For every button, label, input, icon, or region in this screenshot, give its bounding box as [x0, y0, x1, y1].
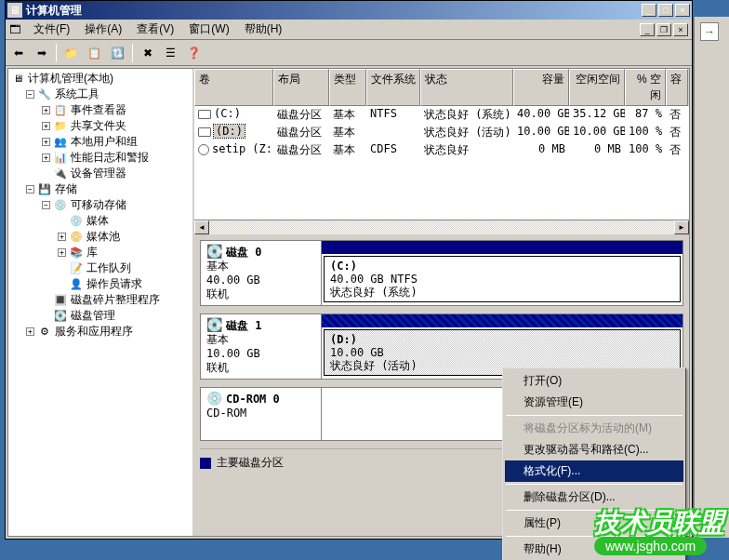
ctx-format[interactable]: 格式化(F)... [505, 460, 683, 482]
disk-0-label: 💽磁盘 0 基本 40.00 GB 联机 [201, 241, 322, 305]
tree-disk-mgmt[interactable]: 💽磁盘管理 [42, 308, 191, 324]
tree-root[interactable]: 🖥计算机管理(本地) [10, 71, 191, 87]
up-button[interactable]: 📁 [60, 43, 82, 63]
ctx-mark-active: 将磁盘分区标为活动的(M) [505, 418, 683, 439]
toolbar: ⬅ ➡ 📁 📋 🔃 ✖ ☰ ❓ [6, 40, 692, 66]
ctx-explore[interactable]: 资源管理(E) [505, 392, 683, 413]
menu-file[interactable]: 文件(F) [26, 20, 77, 39]
close-button[interactable]: × [675, 4, 690, 17]
tree-device-mgr[interactable]: 🔌设备管理器 [42, 166, 191, 181]
help-button[interactable]: ❓ [183, 43, 205, 63]
disk-icon: 💽 [206, 317, 222, 332]
app-icon: 🖥 [7, 3, 22, 18]
hdd-icon [198, 110, 211, 119]
tree-work-queue[interactable]: 📝工作队列 [58, 260, 191, 276]
menu-help[interactable]: 帮助(H) [237, 20, 290, 39]
disk-1-label: 💽磁盘 1 基本 10.00 GB 联机 [201, 314, 322, 379]
cdrom-label: 💿CD-ROM 0 CD-ROM [201, 388, 322, 440]
tree-shared-folders[interactable]: +📁共享文件夹 [42, 118, 191, 134]
header-capacity[interactable]: 容量 [513, 69, 569, 106]
tree-media[interactable]: 💿媒体 [58, 213, 191, 229]
header-pct[interactable]: % 空闲 [625, 69, 666, 106]
mdi-restore-button[interactable]: ❐ [656, 23, 671, 36]
disk-icon: 💽 [206, 244, 222, 259]
tree-local-users[interactable]: +👥本地用户和组 [42, 134, 191, 150]
scroll-left-button[interactable]: ◄ [194, 220, 209, 234]
minimize-button[interactable]: _ [642, 4, 656, 17]
header-layout[interactable]: 布局 [273, 69, 329, 106]
menubar: 🗔 文件(F) 操作(A) 查看(V) 窗口(W) 帮助(H) _ ❐ × [6, 20, 692, 40]
watermark-url: www.jsgho.com [594, 537, 707, 555]
tree-panel[interactable]: 🖥计算机管理(本地) −🔧系统工具 +📋事件查看器 +📁共享文件夹 +👥本地用户… [8, 69, 194, 536]
tree-removable[interactable]: −💿可移动存储 [42, 197, 191, 213]
back-button[interactable]: ⬅ [7, 43, 29, 63]
tree-perf-logs[interactable]: +📊性能日志和警报 [42, 150, 191, 166]
side-action-button[interactable]: → [700, 22, 719, 41]
window-title: 计算机管理 [26, 3, 640, 19]
disk-0-partition[interactable]: (C:) 40.00 GB NTFS 状态良好 (系统) [322, 241, 683, 305]
tree-services[interactable]: +⚙服务和应用程序 [26, 324, 191, 340]
cdrom-icon: 💿 [206, 391, 222, 406]
tree-media-pool[interactable]: +📀媒体池 [58, 229, 191, 245]
header-status[interactable]: 状态 [420, 69, 513, 106]
header-volume[interactable]: 卷 [194, 69, 273, 106]
disk-0-row[interactable]: 💽磁盘 0 基本 40.00 GB 联机 (C:) 40.00 GB NTFS … [200, 240, 683, 306]
partition-bar [322, 241, 683, 254]
volume-row-c[interactable]: (C:) 磁盘分区 基本 NTFS 状态良好 (系统) 40.00 GB 35.… [194, 106, 689, 124]
header-free[interactable]: 空闲空间 [569, 69, 625, 106]
mmc-icon: 🗔 [9, 23, 20, 36]
refresh-button[interactable]: 🔃 [107, 43, 128, 63]
watermark-text: 技术员联盟 [594, 505, 724, 540]
header-filesystem[interactable]: 文件系统 [366, 69, 420, 106]
tree-defrag[interactable]: 🔳磁盘碎片整理程序 [42, 292, 191, 308]
ctx-open[interactable]: 打开(O) [505, 370, 683, 392]
legend-primary-box [200, 458, 211, 469]
tree-operator-req[interactable]: 👤操作员请求 [58, 276, 191, 292]
mdi-minimize-button[interactable]: _ [640, 23, 655, 36]
volume-row-d[interactable]: (D:) 磁盘分区 基本 状态良好 (活动) 10.00 GB 10.00 GB… [194, 124, 689, 141]
tree-system-tools[interactable]: −🔧系统工具 [26, 87, 191, 102]
header-fault[interactable]: 容 [666, 69, 688, 106]
ctx-change-drive[interactable]: 更改驱动器号和路径(C)... [505, 439, 683, 460]
header-type[interactable]: 类型 [329, 69, 366, 106]
volume-row-z[interactable]: setip (Z:) 磁盘分区 基本 CDFS 状态良好 0 MB 0 MB 1… [194, 141, 689, 159]
maximize-button[interactable]: □ [658, 4, 673, 17]
titlebar: 🖥 计算机管理 _ □ × [6, 1, 692, 20]
menu-action[interactable]: 操作(A) [77, 20, 129, 39]
list-header: 卷 布局 类型 文件系统 状态 容量 空闲空间 % 空闲 容 [194, 69, 689, 106]
volume-list[interactable]: 卷 布局 类型 文件系统 状态 容量 空闲空间 % 空闲 容 (C:) 磁盘分区… [194, 69, 689, 220]
hdd-icon [198, 127, 211, 137]
settings-button[interactable]: ☰ [160, 43, 181, 63]
tree-storage[interactable]: −💾存储 [26, 181, 191, 197]
watermark: 技术员联盟 www.jsgho.com [594, 505, 724, 555]
tree-event-viewer[interactable]: +📋事件查看器 [42, 102, 191, 118]
partition-bar-active [322, 314, 683, 327]
menu-view[interactable]: 查看(V) [129, 20, 181, 39]
cd-icon [198, 144, 209, 155]
menu-window[interactable]: 窗口(W) [181, 20, 236, 39]
properties-button[interactable]: 📋 [84, 43, 105, 63]
delete-button[interactable]: ✖ [137, 43, 158, 63]
scroll-right-button[interactable]: ► [674, 220, 689, 234]
side-strip: → [694, 17, 729, 538]
forward-button[interactable]: ➡ [31, 43, 52, 63]
horizontal-scrollbar[interactable]: ◄ ► [194, 220, 689, 234]
mdi-close-button[interactable]: × [673, 23, 688, 36]
tree-library[interactable]: +📚库 [58, 245, 191, 260]
